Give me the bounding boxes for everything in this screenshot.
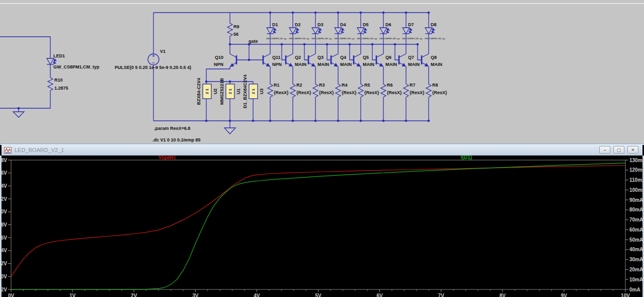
led1-symbol[interactable]	[47, 58, 56, 64]
directive-temp[interactable]: .temp 85	[182, 137, 201, 142]
transistor-model[interactable]: MAIN	[431, 62, 442, 67]
resistor-value[interactable]: {ResX}	[410, 90, 425, 95]
led-symbol[interactable]	[403, 28, 412, 34]
resistor-symbol[interactable]	[404, 83, 409, 98]
r10-ref[interactable]: R10	[54, 78, 63, 83]
resistor-symbol[interactable]	[313, 83, 318, 98]
led-symbol[interactable]	[267, 28, 276, 34]
led-symbol[interactable]	[335, 28, 344, 34]
led-column-d5[interactable]: D5GW_CS8PM1.CM_typQ5MAINR5{ResX}	[349, 12, 379, 122]
transistor-model[interactable]: NPN	[272, 62, 282, 67]
resistor-symbol[interactable]	[381, 83, 386, 98]
q10-type[interactable]: NPN	[214, 62, 223, 67]
resistor-ref[interactable]: R8	[432, 83, 438, 88]
zener-ref[interactable]: U3	[259, 89, 264, 95]
resistor-ref[interactable]: R3	[319, 83, 325, 88]
led-ref[interactable]: D5	[363, 22, 369, 27]
transistor-ref[interactable]: Q5	[363, 55, 369, 60]
led-column-d4[interactable]: D4GW_CS8PM1.CM_typQ4MAINR4{ResX}	[326, 12, 357, 122]
q10-ref[interactable]: Q10	[215, 55, 223, 60]
transistor-ref[interactable]: Q6	[385, 55, 391, 60]
resistor-symbol[interactable]	[290, 83, 295, 98]
transistor-model[interactable]: MAIN	[295, 62, 306, 67]
resistor-ref[interactable]: R4	[342, 83, 348, 88]
led-ref[interactable]: D6	[385, 22, 391, 27]
transistor-ref[interactable]: Q4	[340, 55, 346, 60]
waveform-titlebar[interactable]: LED_BOARD_V2_1 – ▢ ✕	[2, 145, 642, 156]
led1-model[interactable]: GW_CS8PM1.CM_typ	[53, 64, 100, 69]
resistor-symbol[interactable]	[268, 83, 273, 98]
resistor-symbol[interactable]	[336, 83, 341, 98]
led-column-d3[interactable]: D3GW_CS8PM1.CM_typQ3MAINR3{ResX}	[303, 12, 334, 122]
zener-ref[interactable]: U2	[213, 89, 218, 95]
zener-model[interactable]: BZX84-C2V4	[196, 78, 201, 105]
resistor-symbol[interactable]	[426, 83, 431, 98]
resistor-value[interactable]: {ResX}	[387, 90, 402, 95]
trace-label-vgate[interactable]: V(gate)	[158, 156, 176, 160]
r10-symbol[interactable]	[48, 77, 53, 92]
led-ref[interactable]: D1	[272, 22, 278, 27]
transistor-ref[interactable]: Q3	[317, 55, 324, 60]
led-ref[interactable]: D2	[295, 22, 301, 27]
resistor-value[interactable]: {ResX}	[342, 90, 357, 95]
led-symbol[interactable]	[312, 28, 321, 34]
led-symbol[interactable]	[380, 28, 389, 34]
directive-dc[interactable]: .dc V1 0 10 0.1	[152, 137, 184, 142]
v1-ref[interactable]: V1	[160, 49, 166, 54]
transistor-ref[interactable]: Q8	[431, 55, 437, 60]
led-ref[interactable]: D3	[317, 22, 324, 27]
led-column-d1[interactable]: D1GW_CS8PM1.CM_typQ11NPNR1{ResX}	[248, 12, 289, 122]
led-column-d8[interactable]: D8GW_CS8PM1.CM_typQ8MAINR8{ResX}	[417, 12, 447, 122]
r9-resistor[interactable]: R9 56	[227, 13, 239, 44]
plot-area[interactable]: 0V1V2V3V4V5V6V7V8V9V10V1.8V1.6V1.4V1.2V1…	[0, 156, 644, 297]
resistor-value[interactable]: {ResX}	[296, 90, 311, 95]
transistor-model[interactable]: MAIN	[317, 62, 329, 67]
maximize-button[interactable]: ▢	[613, 146, 624, 154]
led-column-d7[interactable]: D7GW_CS8PM1.CM_typQ7MAINR7{ResX}	[394, 12, 425, 122]
resistor-ref[interactable]: R1	[274, 83, 280, 88]
r9-ref[interactable]: R9	[233, 24, 239, 29]
resistor-symbol[interactable]	[358, 83, 363, 98]
resistor-value[interactable]: {ResX}	[364, 90, 379, 95]
v1-source[interactable]: V1 PULSE(0 5 0.25 1e-9 5e-9 0.25 0.5 4)	[115, 49, 191, 70]
led-symbol[interactable]	[425, 28, 435, 34]
resistor-ref[interactable]: R6	[387, 83, 393, 88]
transistor-model[interactable]: MAIN	[408, 62, 420, 67]
left-led-circuit[interactable]: LED1 GW_CS8PM1.CM_typ R10 1.2875	[0, 37, 100, 117]
led-ref[interactable]: D8	[431, 22, 437, 27]
led-symbol[interactable]	[357, 28, 367, 34]
resistor-ref[interactable]: R2	[296, 83, 302, 88]
resistor-ref[interactable]: R5	[364, 83, 370, 88]
schematic-editor[interactable]: LED1 GW_CS8PM1.CM_typ R10 1.2875 V1 PULS…	[0, 0, 644, 144]
led1-ref[interactable]: LED1	[53, 53, 65, 58]
led-column-d2[interactable]: D2GW_CS8PM1.CM_typQ2MAINR2{ResX}	[281, 12, 311, 122]
led-ref[interactable]: D7	[408, 22, 414, 27]
transistor-ref[interactable]: Q2	[295, 55, 301, 60]
led-column-d6[interactable]: D6GW_CS8PM1.CM_typQ6MAINR6{ResX}	[371, 12, 402, 122]
zener-ref[interactable]: U1	[236, 89, 241, 95]
r10-value[interactable]: 1.2875	[54, 86, 68, 91]
resistor-value[interactable]: {ResX}	[274, 90, 289, 95]
zener-model[interactable]: MMSZ5221B	[219, 78, 224, 105]
led-symbol[interactable]	[289, 28, 299, 34]
resistor-value[interactable]: {ResX}	[319, 90, 334, 95]
resistor-value[interactable]: {ResX}	[432, 90, 447, 95]
zener-model[interactable]: D1_BZX84C2V4	[243, 75, 248, 108]
resistor-ref[interactable]: R7	[410, 83, 416, 88]
y-right-tick-label: 130mA	[629, 158, 644, 163]
transistor-model[interactable]: MAIN	[363, 62, 374, 67]
minimize-button[interactable]: –	[599, 146, 610, 154]
close-button[interactable]: ✕	[627, 146, 638, 154]
r9-value[interactable]: 56	[233, 32, 238, 37]
ground-symbol	[13, 112, 24, 117]
v1-value[interactable]: PULSE(0 5 0.25 1e-9 5e-9 0.25 0.5 4)	[115, 65, 191, 70]
y-right-tick-label: 0mA	[629, 287, 640, 292]
trace-label-id1[interactable]: I(D1)	[461, 156, 472, 160]
transistor-model[interactable]: MAIN	[340, 62, 352, 67]
transistor-model[interactable]: MAIN	[385, 62, 397, 67]
led-ref[interactable]: D4	[340, 22, 346, 27]
transistor-ref[interactable]: Q7	[408, 55, 414, 60]
directive-param[interactable]: .param ResX=6.8	[154, 126, 190, 131]
gate-net-label[interactable]: gate	[249, 39, 258, 44]
transistor-ref[interactable]: Q11	[272, 55, 281, 60]
